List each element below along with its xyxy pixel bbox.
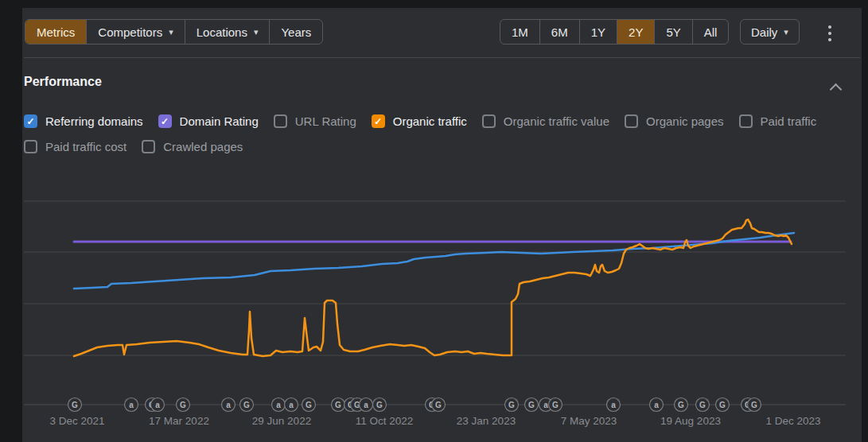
x-tick-label: 11 Oct 2022 <box>356 415 414 427</box>
timeline-marker-letter: G <box>335 401 341 409</box>
timeline-marker-letter: a <box>226 401 231 409</box>
collapse-chevron-icon[interactable] <box>831 83 841 93</box>
button-label: 5Y <box>666 25 680 39</box>
x-tick-label: 1 Dec 2023 <box>765 415 820 427</box>
x-tick-label: 3 Dec 2021 <box>49 415 104 427</box>
date-range-group: 1M6M1Y2Y5YAll <box>500 19 729 45</box>
performance-chart-svg[interactable]: GaGaGaGaaGGGGaGGGGGaGaaGGGGG3 Dec 202117… <box>24 191 846 439</box>
metrics-checkbox-list: ✓Referring domains✓Domain RatingURL Rati… <box>24 114 827 153</box>
checkbox-icon[interactable] <box>739 114 753 128</box>
metric-label: Paid traffic <box>761 114 817 128</box>
button-label: 6M <box>551 25 568 39</box>
metric-checkbox-crawled-pages[interactable]: Crawled pages <box>142 140 243 153</box>
x-tick-label: 19 Aug 2023 <box>660 415 721 427</box>
timeline-marker-letter: a <box>129 401 134 409</box>
checkbox-icon[interactable] <box>625 114 638 128</box>
nav-button-metrics[interactable]: Metrics <box>25 20 86 44</box>
nav-button-competitors[interactable]: Competitors▾ <box>86 20 184 44</box>
metric-label: URL Rating <box>295 114 356 128</box>
timeline-marker-letter: G <box>552 401 559 409</box>
metric-label: Crawled pages <box>163 140 243 153</box>
metric-checkbox-organic-pages[interactable]: Organic pages <box>625 114 724 128</box>
button-label: 1M <box>512 25 528 39</box>
section-title: Performance <box>24 75 102 89</box>
performance-chart[interactable]: GaGaGaGaaGGGGaGGGGGaGaaGGGGG3 Dec 202117… <box>24 191 846 439</box>
checkbox-icon[interactable] <box>274 114 287 128</box>
metric-label: Paid traffic cost <box>45 140 127 153</box>
caret-down-icon: ▾ <box>254 28 259 37</box>
more-options-icon[interactable] <box>823 25 836 41</box>
nav-button-locations[interactable]: Locations▾ <box>185 20 270 44</box>
x-tick-label: 23 Jan 2023 <box>457 415 516 427</box>
timeline-marker-letter: G <box>699 401 706 409</box>
checkbox-icon[interactable]: ✓ <box>372 114 385 128</box>
button-label: 1Y <box>591 25 605 39</box>
x-tick-label: 29 Jun 2022 <box>252 415 311 427</box>
caret-down-icon: ▾ <box>169 28 173 37</box>
timeline-marker-letter: G <box>243 401 250 409</box>
view-nav-group: MetricsCompetitors▾Locations▾Years <box>25 19 323 45</box>
button-label: All <box>704 25 718 39</box>
timeline-marker-letter: G <box>751 401 757 409</box>
timeline-marker-letter: G <box>435 401 442 409</box>
checkbox-icon[interactable] <box>24 140 37 153</box>
range-button-5y[interactable]: 5Y <box>654 20 691 44</box>
timeline-marker-letter: a <box>289 401 294 409</box>
interval-select[interactable]: Daily ▾ <box>740 19 800 45</box>
button-label: 2Y <box>629 25 643 39</box>
caret-down-icon: ▾ <box>784 28 788 37</box>
metric-label: Domain Rating <box>180 114 259 128</box>
timeline-marker-letter: G <box>508 401 515 409</box>
button-label: Locations <box>197 25 247 39</box>
timeline-marker-letter: G <box>376 401 383 409</box>
timeline-marker-letter: G <box>306 401 312 409</box>
timeline-marker-letter: G <box>180 401 186 409</box>
timeline-marker-letter: a <box>155 401 160 409</box>
x-tick-label: 7 May 2023 <box>561 415 617 427</box>
range-button-2y[interactable]: 2Y <box>617 20 654 44</box>
metric-checkbox-referring-domains[interactable]: ✓Referring domains <box>24 114 143 128</box>
timeline-marker-letter: a <box>276 401 281 409</box>
checkbox-icon[interactable]: ✓ <box>158 114 172 128</box>
metric-checkbox-domain-rating[interactable]: ✓Domain Rating <box>158 114 259 128</box>
metric-checkbox-organic-traffic[interactable]: ✓Organic traffic <box>372 114 467 128</box>
timeline-marker-letter: a <box>611 401 616 409</box>
timeline-marker-letter: a <box>364 401 368 409</box>
x-tick-label: 17 Mar 2022 <box>149 415 209 427</box>
timeline-marker-letter: G <box>72 401 78 409</box>
toolbar-divider <box>24 57 860 58</box>
timeline-marker-letter: a <box>543 401 548 409</box>
range-button-1m[interactable]: 1M <box>500 20 539 44</box>
timeline-marker-letter: G <box>678 401 684 409</box>
metric-checkbox-url-rating[interactable]: URL Rating <box>274 114 356 128</box>
metric-checkbox-organic-traffic-value[interactable]: Organic traffic value <box>482 114 609 128</box>
range-button-all[interactable]: All <box>692 20 729 44</box>
performance-panel: MetricsCompetitors▾Locations▾Years 1M6M1… <box>22 8 862 442</box>
metric-label: Organic traffic value <box>504 114 609 128</box>
metric-label: Organic traffic <box>393 114 467 128</box>
metric-checkbox-paid-traffic[interactable]: Paid traffic <box>739 114 817 128</box>
timeline-marker-letter: G <box>528 401 535 409</box>
checkbox-icon[interactable] <box>482 114 496 128</box>
button-label: Years <box>281 25 311 39</box>
metric-checkbox-paid-traffic-cost[interactable]: Paid traffic cost <box>24 140 127 153</box>
checkbox-icon[interactable]: ✓ <box>24 114 37 128</box>
range-button-1y[interactable]: 1Y <box>579 20 617 44</box>
checkbox-icon[interactable] <box>142 140 155 153</box>
timeline-marker-letter: G <box>719 401 726 409</box>
button-label: Metrics <box>37 25 75 39</box>
metric-label: Organic pages <box>646 114 724 128</box>
nav-button-years[interactable]: Years <box>269 20 322 44</box>
metric-label: Referring domains <box>45 114 143 128</box>
series-line-organic-traffic <box>74 219 792 356</box>
button-label: Competitors <box>98 25 162 39</box>
interval-label: Daily <box>751 25 777 39</box>
range-button-6m[interactable]: 6M <box>539 20 579 44</box>
timeline-marker-letter: a <box>654 401 659 409</box>
